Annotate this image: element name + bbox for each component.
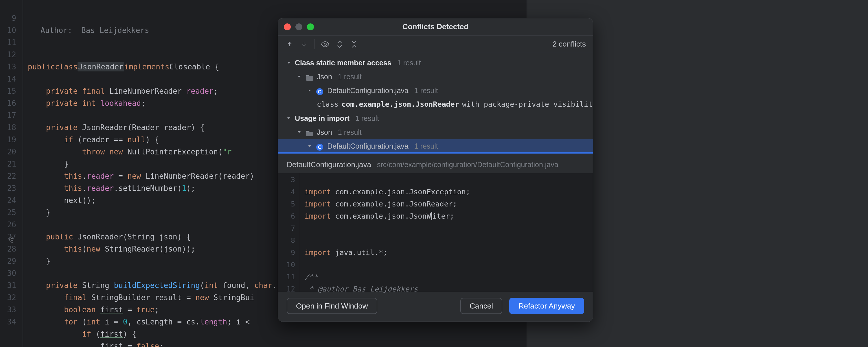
maximize-window-icon[interactable] (307, 24, 314, 30)
folder-icon (305, 72, 314, 81)
preview-gutter: 3456789101112 (278, 173, 300, 292)
next-occurrence-icon[interactable] (300, 40, 309, 49)
dialog-titlebar: Conflicts Detected (278, 18, 593, 36)
preview-editor[interactable]: 3456789101112 import com.example.json.Js… (278, 173, 593, 292)
editor-gutter: 9101112131415161718192021222324252627@28… (0, 0, 23, 347)
tree-badge: 1 result (355, 111, 379, 125)
chevron-down-icon[interactable] (306, 143, 313, 149)
dialog-title: Conflicts Detected (278, 22, 593, 31)
preview-header: DefaultConfiguration.java src/com/exampl… (278, 156, 593, 173)
usage-text-prefix: class (317, 97, 339, 111)
tree-package-json[interactable]: Json 1 result (278, 125, 593, 139)
tree-item-label: Json (317, 125, 332, 139)
class-icon: C (316, 86, 324, 95)
preview-usages-icon[interactable] (320, 40, 330, 49)
conflicts-dialog: Conflicts Detected 2 conflicts Class sta… (278, 18, 593, 322)
dialog-toolbar: 2 conflicts (278, 36, 593, 53)
expand-all-icon[interactable] (335, 40, 344, 49)
refactor-anyway-button[interactable]: Refactor Anyway (509, 298, 584, 314)
conflict-count-label: 2 conflicts (552, 40, 586, 49)
minimize-window-icon (296, 24, 302, 30)
svg-text:C: C (318, 145, 321, 150)
tree-file-defaultconfig-selected[interactable]: C DefaultConfiguration.java 1 result (278, 139, 593, 153)
open-in-find-button[interactable]: Open in Find Window (287, 298, 377, 314)
usage-text-suffix: with package-private visibility won't (462, 97, 593, 111)
svg-point-0 (324, 43, 327, 45)
preview-filepath: src/com/example/configuration/DefaultCon… (377, 160, 558, 169)
tree-usage-detail[interactable]: class com.example.json.JsonReader with p… (278, 97, 593, 111)
window-controls (284, 24, 314, 30)
tree-item-label: DefaultConfiguration.java (327, 139, 408, 153)
preview-code[interactable]: import com.example.json.JsonException;im… (300, 173, 593, 292)
preview-filename: DefaultConfiguration.java (287, 160, 371, 169)
dialog-footer: Open in Find Window Cancel Refactor Anyw… (278, 292, 593, 321)
tree-group-static-access[interactable]: Class static member access 1 result (278, 56, 593, 70)
tree-badge: 1 result (397, 56, 421, 70)
folder-icon (305, 128, 314, 136)
cancel-button[interactable]: Cancel (460, 298, 502, 314)
toolbar-separator (314, 39, 315, 49)
chevron-down-icon[interactable] (296, 129, 302, 135)
tree-badge: 1 result (338, 70, 362, 84)
tree-badge: 1 result (414, 139, 438, 153)
tree-file-defaultconfig[interactable]: C DefaultConfiguration.java 1 result (278, 84, 593, 97)
usage-text-class: com.example.json.JsonReader (341, 97, 459, 111)
tree-package-json[interactable]: Json 1 result (278, 70, 593, 84)
tree-badge: 1 result (338, 125, 362, 139)
tree-group-label: Class static member access (295, 56, 392, 70)
chevron-down-icon[interactable] (296, 73, 302, 80)
tree-group-label: Usage in import (295, 111, 349, 125)
prev-occurrence-icon[interactable] (285, 40, 294, 49)
tree-group-usage-import[interactable]: Usage in import 1 result (278, 111, 593, 125)
conflicts-tree[interactable]: Class static member access 1 result Json… (278, 53, 593, 156)
collapse-all-icon[interactable] (349, 40, 359, 49)
chevron-down-icon[interactable] (286, 60, 292, 66)
chevron-down-icon[interactable] (286, 115, 292, 121)
close-window-icon[interactable] (284, 24, 291, 30)
class-icon: C (316, 142, 324, 150)
tree-badge: 1 result (414, 84, 438, 97)
tree-item-label: Json (317, 70, 332, 84)
chevron-down-icon[interactable] (306, 87, 313, 94)
tree-item-label: DefaultConfiguration.java (327, 84, 408, 97)
svg-text:C: C (318, 89, 321, 95)
